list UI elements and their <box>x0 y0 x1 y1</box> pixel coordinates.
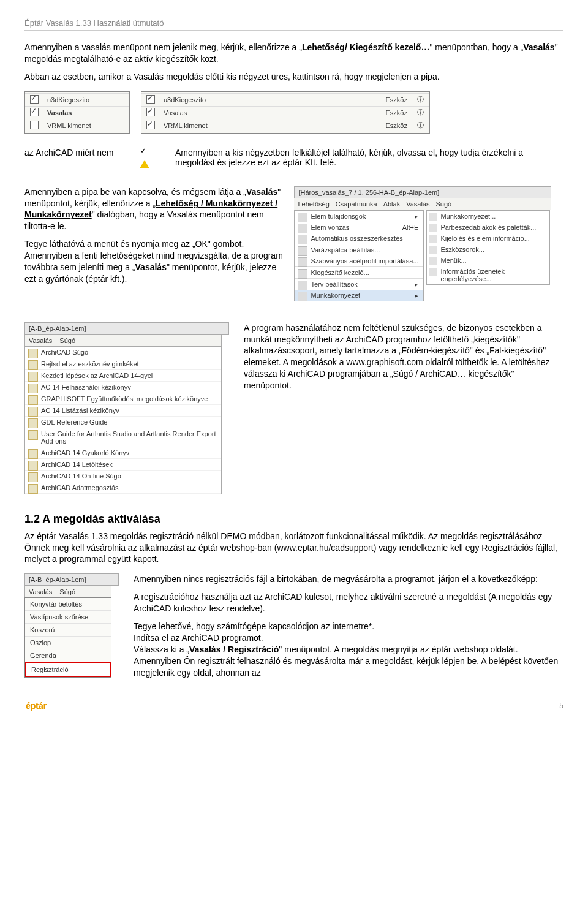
tab-team[interactable]: Csapatmunka <box>336 200 377 208</box>
help-item[interactable]: GDL Reference Guide <box>25 417 221 428</box>
generic-icon <box>298 269 307 279</box>
menu-item[interactable]: Kiegészítő kezelő... <box>295 267 423 279</box>
tab-help[interactable]: Súgó <box>59 337 75 344</box>
t: Vasalás <box>135 262 167 272</box>
t: GRAPHISOFT Együttműködési megoldások kéz… <box>41 395 208 403</box>
menu-item[interactable]: Szabványos acélprofil importálása... <box>295 255 423 267</box>
t: User Guide for Artlantis Studio and Artl… <box>41 430 216 445</box>
cell: Vasalas <box>160 106 320 119</box>
t: Lehetőség/ Kiegészítő kezelő… <box>302 42 430 52</box>
doc-icon <box>28 349 38 358</box>
shortcut: Alt+E <box>402 224 419 231</box>
help-item[interactable]: ArchiCAD 14 Gyakorló Könyv <box>25 447 221 459</box>
generic-icon <box>429 257 437 265</box>
help-item[interactable]: GRAPHISOFT Együttműködési megoldások kéz… <box>25 393 221 405</box>
reg-item[interactable]: Oszlop <box>25 637 111 649</box>
menu-item[interactable]: Elem tulajdonsgok▸ <box>295 211 423 222</box>
workspace-submenu[interactable]: Munkakörnyezet... Párbeszédablakok és pa… <box>426 210 550 285</box>
t: Szabványos acélprofil importálása... <box>311 257 418 265</box>
submenu-item[interactable]: Menük... <box>427 255 549 266</box>
cell: u3dKiegeszito <box>43 93 129 106</box>
help-menu[interactable]: ArchiCAD Súgó Rejtsd el az eszköznév gim… <box>24 346 222 494</box>
t: Rejtsd el az eszköznév gimkéket <box>41 360 139 368</box>
checkbox-icon[interactable] <box>146 108 155 116</box>
t: " menüpontban, hogy a „ <box>429 42 523 52</box>
help-item[interactable]: AC 14 Felhasználói kézikönyv <box>25 382 221 393</box>
window-title-reg: [A-B_ép-Alap-1em] <box>24 573 119 586</box>
tab-vasalas[interactable]: Vasalás <box>29 337 52 344</box>
reg-item[interactable]: Vastípusok szűrése <box>25 611 111 624</box>
t: Vasalás / Regisztráció <box>189 645 279 654</box>
tab-help[interactable]: Súgó <box>436 200 452 208</box>
menubar-reg[interactable]: Vasalás Súgó <box>24 586 111 597</box>
cell: Eszköz <box>320 119 411 132</box>
tab-help[interactable]: Súgó <box>59 588 75 595</box>
help-item[interactable]: Rejtsd el az eszköznév gimkéket <box>25 358 221 370</box>
help-item[interactable]: AC 14 Listázási kézikönyv <box>25 405 221 417</box>
help-item[interactable]: Kezdeti lépések az ArchiCAD 14-gyel <box>25 370 221 382</box>
t: Amennyiben a pipa be van kapcsolva, és m… <box>24 187 246 197</box>
submenu-item[interactable]: Párbeszédablakok és paletták... <box>427 222 549 233</box>
menu-item[interactable]: Terv beállítások▸ <box>295 279 423 290</box>
help-item[interactable]: ArchiCAD 14 On-line Súgó <box>25 471 221 482</box>
generic-icon <box>298 213 307 222</box>
menubar[interactable]: Lehetőség Csapatmunka Ablak Vasalás Súgó <box>294 198 551 210</box>
generic-icon <box>298 246 307 256</box>
doc-icon <box>28 384 38 393</box>
t: ArchiCAD Súgó <box>41 349 88 356</box>
page-footer: éptár 5 <box>24 697 564 711</box>
checkbox-icon[interactable] <box>30 95 39 104</box>
t: Eszközsorok... <box>440 246 484 253</box>
reg-item[interactable]: Gerenda <box>25 649 111 662</box>
doc-icon <box>28 472 38 482</box>
help-item[interactable]: User Guide for Artlantis Studio and Artl… <box>25 428 221 447</box>
help-para: A program használatához nem feltétlenül … <box>244 322 564 391</box>
t: ArchiCAD 14 Letöltések <box>41 461 113 468</box>
table-row: VRML kimenet <box>25 119 129 132</box>
doc-icon <box>28 360 38 370</box>
menubar-help[interactable]: Vasalás Súgó <box>24 335 222 346</box>
tab-window[interactable]: Ablak <box>383 200 401 208</box>
reg-item-selected[interactable]: Regisztráció <box>25 662 111 677</box>
t: Menük... <box>440 257 466 264</box>
pipa-p2: Tegye láthatóvá a menüt és nyomja meg az… <box>24 238 283 285</box>
checkbox-icon[interactable] <box>146 121 155 129</box>
submenu-item[interactable]: Információs üzenetek engedélyezése... <box>427 266 549 284</box>
checkbox-icon <box>140 148 148 156</box>
options-menu[interactable]: Elem tulajdonsgok▸ Elem vonzásAlt+E Auto… <box>294 210 424 301</box>
t: Munkakörnyezet <box>311 292 360 299</box>
menu-item[interactable]: Elem vonzásAlt+E <box>295 222 423 233</box>
generic-icon <box>429 235 437 243</box>
t: GDL Reference Guide <box>41 418 107 426</box>
menu-item[interactable]: Varázspálca beállítás... <box>295 244 423 255</box>
help-item[interactable]: ArchiCAD Adatmegosztás <box>25 482 221 494</box>
generic-icon <box>298 235 307 244</box>
help-item[interactable]: ArchiCAD 14 Letöltések <box>25 459 221 471</box>
cell: VRML kimenet <box>160 119 320 132</box>
doc-icon <box>28 461 38 471</box>
checkbox-icon[interactable] <box>30 121 39 129</box>
menu-item[interactable]: Munkakörnyezet▸ <box>295 290 423 301</box>
help-item[interactable]: ArchiCAD Súgó <box>25 347 221 358</box>
tab-vasalas[interactable]: Vasalás <box>406 200 429 208</box>
submenu-item[interactable]: Eszközsorok... <box>427 244 549 255</box>
pipa-p1: Amennyiben a pipa be van kapcsolva, és m… <box>24 186 283 233</box>
cell: u3dKiegeszito <box>160 93 320 106</box>
reg-menu[interactable]: Könyvtár betöltés Vastípusok szűrése Kos… <box>24 597 111 678</box>
submenu-item[interactable]: Kijelölés és elem információ... <box>427 233 549 244</box>
reg-item[interactable]: Koszorú <box>25 624 111 637</box>
t: Amennyiben a vasalás menüpont nem jeleni… <box>24 42 302 52</box>
generic-icon <box>429 224 437 232</box>
checkbox-icon[interactable] <box>146 95 155 104</box>
reg-p1: Amennyiben nincs regisztrációs fájl a bi… <box>134 573 564 585</box>
reg-item[interactable]: Könyvtár betöltés <box>25 598 111 611</box>
menu-item[interactable]: Automatikus összeszerkesztés <box>295 233 423 244</box>
generic-icon <box>429 246 437 254</box>
table-row: u3dKiegeszito <box>25 93 129 106</box>
addon-wide-table: u3dKiegeszitoEszközⓘ VasalasEszközⓘ VRML… <box>141 91 430 135</box>
submenu-item[interactable]: Munkakörnyezet... <box>427 211 549 222</box>
tab-vasalas[interactable]: Vasalás <box>29 588 52 595</box>
checkbox-icon[interactable] <box>30 108 39 116</box>
tab-options[interactable]: Lehetőség <box>298 200 329 208</box>
section-1-2-p1: Az éptár Vasalás 1.33 megoldás regisztrá… <box>24 531 564 565</box>
